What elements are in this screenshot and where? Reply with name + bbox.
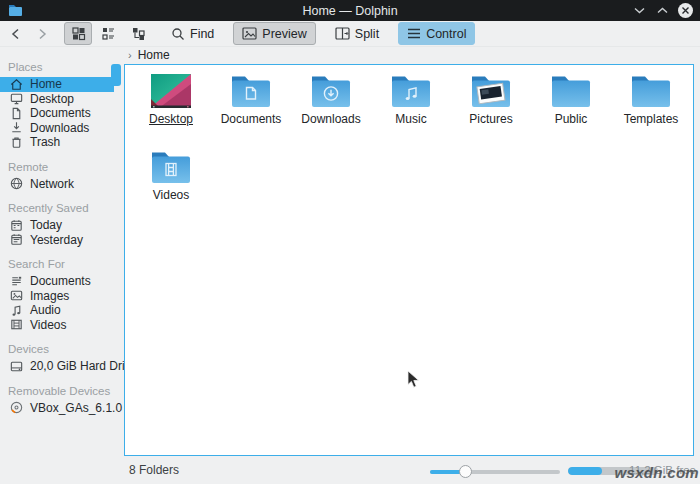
- folder-view[interactable]: Desktop Documents Downloads Music Pictur…: [124, 64, 694, 456]
- window-title: Home — Dolphin: [0, 4, 700, 18]
- image-icon: [9, 288, 24, 303]
- places-panel: Places Home Desktop Documents Downloads …: [0, 50, 118, 456]
- sidebar-item-yesterday[interactable]: Yesterday: [0, 233, 118, 248]
- sidebar-item-search-images[interactable]: Images: [0, 289, 118, 304]
- sidebar-item-downloads[interactable]: Downloads: [0, 121, 118, 136]
- minimize-button[interactable]: [632, 3, 647, 18]
- sidebar-item-network[interactable]: Network: [0, 177, 118, 192]
- forward-button[interactable]: [32, 24, 52, 44]
- section-header-devices: Devices: [0, 342, 118, 356]
- folders-count: 8 Folders: [129, 463, 179, 477]
- file-item-public[interactable]: Public: [531, 73, 611, 147]
- zoom-slider-handle[interactable]: [459, 465, 472, 478]
- file-item-templates[interactable]: Templates: [611, 73, 691, 147]
- monitor-icon: [9, 91, 24, 106]
- file-item-desktop[interactable]: Desktop: [131, 73, 211, 147]
- maximize-button[interactable]: [655, 3, 670, 18]
- sidebar-item-hard-drive[interactable]: 20,0 GiB Hard Drive: [0, 359, 118, 374]
- network-globe-icon: [9, 176, 24, 191]
- sidebar-item-today[interactable]: Today: [0, 218, 118, 233]
- zoom-slider[interactable]: [430, 465, 560, 478]
- folder-documents-icon: [229, 73, 273, 109]
- find-label: Find: [190, 27, 214, 41]
- sidebar-item-desktop[interactable]: Desktop: [0, 92, 118, 107]
- breadcrumb: › Home: [128, 47, 170, 63]
- preview-button[interactable]: Preview: [233, 22, 315, 45]
- hamburger-menu-icon: [407, 28, 421, 39]
- sidebar-item-trash[interactable]: Trash: [0, 135, 118, 150]
- details-view-icon: [131, 26, 146, 41]
- folder-videos-icon: [149, 149, 193, 185]
- folder-pictures-icon: [469, 73, 513, 109]
- download-icon: [9, 120, 24, 135]
- chevron-right-icon: [36, 28, 48, 40]
- control-label: Control: [426, 27, 466, 41]
- section-header-remote: Remote: [0, 160, 118, 174]
- view-mode-group: [64, 22, 152, 45]
- details-view-button[interactable]: [124, 22, 152, 45]
- split-icon: [335, 27, 350, 40]
- breadcrumb-chevron-icon: ›: [128, 49, 132, 61]
- folder-music-icon: [389, 73, 433, 109]
- music-note-icon: [9, 303, 24, 318]
- calendar-icon: [9, 218, 24, 233]
- section-header-removable-devices: Removable Devices: [0, 384, 118, 398]
- find-button[interactable]: Find: [162, 22, 223, 45]
- section-header-places: Places: [0, 60, 118, 74]
- folder-icon: [549, 73, 593, 109]
- file-item-pictures[interactable]: Pictures: [451, 73, 531, 147]
- close-button[interactable]: [678, 3, 693, 18]
- folder-icon: [629, 73, 673, 109]
- compact-view-button[interactable]: [94, 22, 122, 45]
- icons-view-icon: [71, 26, 86, 41]
- sidebar-item-vbox-disc[interactable]: VBox_GAs_6.1.0: [0, 401, 118, 416]
- sidebar-scrollbar[interactable]: [111, 64, 121, 86]
- preview-label: Preview: [262, 27, 306, 41]
- back-button[interactable]: [6, 24, 26, 44]
- sidebar-item-documents[interactable]: Documents: [0, 106, 118, 121]
- free-space-bar-fill: [568, 467, 602, 475]
- chevron-left-icon: [10, 28, 22, 40]
- section-header-search-for: Search For: [0, 257, 118, 271]
- split-label: Split: [355, 27, 379, 41]
- document-list-icon: [9, 274, 24, 289]
- mouse-cursor: [407, 370, 420, 389]
- section-header-recently-saved: Recently Saved: [0, 201, 118, 215]
- sidebar-item-search-videos[interactable]: Videos: [0, 318, 118, 333]
- hard-drive-icon: [9, 359, 24, 374]
- compact-view-icon: [101, 26, 116, 41]
- file-item-videos[interactable]: Videos: [131, 149, 211, 223]
- sidebar-item-search-documents[interactable]: Documents: [0, 274, 118, 289]
- optical-disc-icon: [9, 400, 24, 415]
- titlebar: Home — Dolphin: [0, 0, 700, 21]
- file-item-music[interactable]: Music: [371, 73, 451, 147]
- search-icon: [171, 27, 185, 41]
- home-icon: [9, 77, 24, 92]
- file-item-downloads[interactable]: Downloads: [291, 73, 371, 147]
- trash-icon: [9, 135, 24, 150]
- desktop-wallpaper-icon: [149, 73, 193, 109]
- sidebar-item-home[interactable]: Home: [0, 77, 114, 92]
- preview-icon: [242, 27, 257, 40]
- split-button[interactable]: Split: [326, 22, 388, 45]
- folder-downloads-icon: [309, 73, 353, 109]
- control-button[interactable]: Control: [398, 22, 475, 45]
- calendar-icon: [9, 232, 24, 247]
- main-toolbar: Find Preview Split Control: [0, 21, 700, 47]
- watermark-text: wsxdn.com: [615, 464, 699, 481]
- icons-view-button[interactable]: [64, 22, 92, 45]
- file-item-documents[interactable]: Documents: [211, 73, 291, 147]
- sidebar-item-search-audio[interactable]: Audio: [0, 303, 118, 318]
- document-icon: [9, 106, 24, 121]
- breadcrumb-current[interactable]: Home: [138, 48, 170, 62]
- film-icon: [9, 317, 24, 332]
